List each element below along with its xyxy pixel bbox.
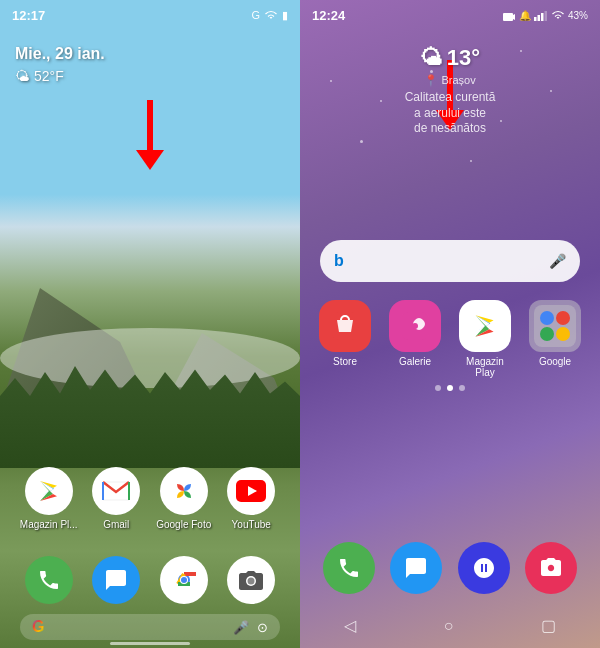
arrow-left	[136, 100, 164, 170]
app-play-store[interactable]: Magazin Pl...	[19, 467, 79, 530]
dock-messages-left[interactable]	[86, 556, 146, 608]
weather-desc-1: Calitatea curentă	[405, 90, 496, 104]
dock-samsung-right[interactable]	[454, 542, 514, 598]
status-bar-right: 12:24 🔔 43%	[300, 0, 600, 30]
search-right-icons: 🎤 ⊙	[233, 620, 268, 635]
google-g-icon: G	[32, 618, 44, 636]
messages-icon-right	[390, 542, 442, 594]
dot-1	[435, 385, 441, 391]
battery-left: ▮	[282, 9, 288, 22]
weather-date: Mie., 29 ian.	[15, 45, 105, 63]
store-label: Store	[333, 356, 357, 367]
svg-marker-10	[513, 14, 515, 20]
svg-rect-13	[541, 13, 544, 21]
galerie-icon	[389, 300, 441, 352]
svg-rect-11	[534, 17, 537, 21]
dock-right	[300, 542, 600, 598]
bing-logo: b	[334, 252, 344, 270]
wifi-icon-left	[264, 10, 278, 21]
time-right: 12:24	[312, 8, 345, 23]
app-grid-right: Store Galerie Magazin	[300, 300, 600, 386]
search-bar-left[interactable]: G 🎤 ⊙	[20, 614, 280, 640]
weather-desc-2: a aerului este	[414, 106, 486, 120]
lens-icon-left: ⊙	[257, 620, 268, 635]
home-indicator-left	[110, 642, 190, 645]
galerie-label: Galerie	[399, 356, 431, 367]
star6	[360, 140, 363, 143]
google-folder-icon	[529, 300, 581, 352]
app-galerie[interactable]: Galerie	[385, 300, 445, 378]
play-right-label: Magazin Play	[455, 356, 515, 378]
svg-rect-12	[537, 15, 540, 21]
app-grid-left: Magazin Pl... Gmail	[0, 467, 300, 538]
battery-right: 43%	[568, 10, 588, 21]
messages-icon-left	[92, 556, 140, 604]
svg-point-17	[412, 323, 418, 329]
youtube-label: YouTube	[232, 519, 271, 530]
wifi-icon-right	[551, 10, 565, 21]
app-store-right[interactable]: Store	[315, 300, 375, 378]
page-dots	[300, 385, 600, 391]
google-photos-icon	[160, 467, 208, 515]
weather-icon-right: 🌤	[420, 45, 442, 71]
landscape	[0, 218, 300, 468]
svg-rect-9	[503, 13, 513, 21]
app-gmail[interactable]: Gmail	[86, 467, 146, 530]
temp-value-left: 52°F	[34, 68, 64, 84]
play-store-label: Magazin Pl...	[20, 519, 78, 530]
weather-temp-left: 🌤 52°F	[15, 68, 105, 84]
nav-bar-right: ◁ ○ ▢	[300, 608, 600, 643]
dot-3	[459, 385, 465, 391]
svg-point-8	[248, 578, 255, 585]
svg-point-21	[540, 327, 554, 341]
app-google-photos[interactable]: Google Foto	[154, 467, 214, 530]
app-play-right[interactable]: Magazin Play	[455, 300, 515, 378]
weather-location: 📍 Brașov	[300, 74, 600, 87]
svg-point-22	[556, 327, 570, 341]
star7	[470, 160, 472, 162]
svg-point-6	[181, 577, 187, 583]
dock-messages-right[interactable]	[386, 542, 446, 598]
signal-icon-right	[534, 10, 548, 21]
network-icon-left: G	[251, 9, 260, 21]
arrow-head-left	[136, 150, 164, 170]
chrome-icon-left	[160, 556, 208, 604]
mic-icon-left: 🎤	[233, 620, 249, 635]
svg-rect-14	[544, 11, 547, 21]
svg-point-19	[540, 311, 554, 325]
gmail-label: Gmail	[103, 519, 129, 530]
status-bar-left: 12:17 G ▮	[0, 0, 300, 30]
camera-icon-left	[227, 556, 275, 604]
dock-camera-right[interactable]	[521, 542, 581, 598]
phone-icon-right	[323, 542, 375, 594]
dot-2-active	[447, 385, 453, 391]
play-store-icon-right	[459, 300, 511, 352]
nav-back-icon[interactable]: ◁	[344, 616, 356, 635]
temp-value-right: 13°	[447, 45, 480, 71]
nav-home-icon[interactable]: ○	[444, 617, 454, 635]
weather-desc-3: de nesănătos	[414, 121, 486, 135]
mic-icon-right: 🎤	[549, 253, 566, 269]
notification-dot: 🔔	[519, 10, 531, 21]
status-icons-right: 🔔 43%	[502, 10, 588, 21]
app-youtube[interactable]: YouTube	[221, 467, 281, 530]
dock-camera-left[interactable]	[221, 556, 281, 608]
weather-temp-right: 🌤 13°	[300, 45, 600, 71]
left-phone: 12:17 G ▮ Mie., 29 ian. 🌤 52°F	[0, 0, 300, 648]
weather-desc: Calitatea curentă a aerului este de nesă…	[300, 90, 600, 137]
dock-phone-right[interactable]	[319, 542, 379, 598]
play-store-icon	[25, 467, 73, 515]
app-google-folder[interactable]: Google	[525, 300, 585, 378]
phone-icon-left	[25, 556, 73, 604]
google-photos-label: Google Foto	[156, 519, 211, 530]
right-phone: 12:24 🔔 43%	[300, 0, 600, 648]
dock-chrome-left[interactable]	[154, 556, 214, 608]
store-icon	[319, 300, 371, 352]
app-row-1-right: Store Galerie Magazin	[310, 300, 590, 378]
dock-phone-left[interactable]	[19, 556, 79, 608]
svg-point-20	[556, 311, 570, 325]
nav-recents-icon[interactable]: ▢	[541, 616, 556, 635]
bing-search-bar[interactable]: b 🎤	[320, 240, 580, 282]
gmail-icon	[92, 467, 140, 515]
status-icons-left: G ▮	[251, 9, 288, 22]
